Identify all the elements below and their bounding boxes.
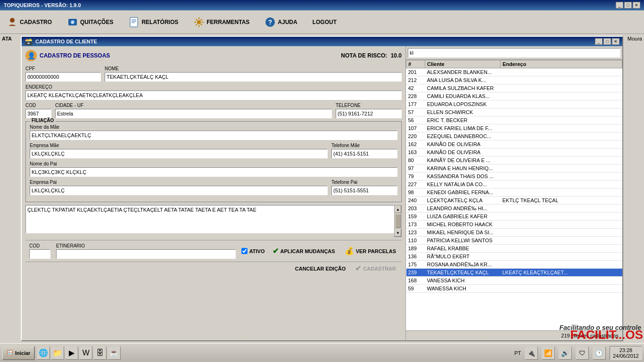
antivirus-icon: 🛡 (576, 346, 589, 360)
table-row[interactable]: 177 EDUARDA LOPOSZINSK (406, 100, 622, 108)
obs-scrollbar[interactable]: ▲ ▼ (394, 205, 402, 237)
scroll-down-btn[interactable]: ▼ (395, 229, 401, 237)
table-row[interactable]: 163 KAINÃO DE OLIVEIRA (406, 148, 622, 156)
table-row[interactable]: 168 VANESSA KICH (406, 277, 622, 285)
table-row[interactable]: 80 KAINÃŸ DE OLIVEIRA E ... (406, 156, 622, 165)
table-row[interactable]: 59 WANESSA KICH (406, 285, 622, 293)
row-num: 189 (406, 245, 425, 253)
table-row[interactable]: 56 ERIC T. BECKER (406, 116, 622, 124)
table-row[interactable]: 136 RÃ"MULO EKERT (406, 253, 622, 261)
menu-quitacoes[interactable]: QUITAÇÕES (64, 15, 116, 30)
pai-telefone-input[interactable] (331, 186, 397, 195)
relatorios-icon (128, 16, 140, 28)
db-icon[interactable]: 🗄 (93, 346, 107, 360)
endereco-input[interactable] (25, 90, 402, 100)
obs-textarea[interactable]: ÇLEKTLÇ TKPATIAT KLÇAEKTLÇAETIA ÇTEÇLTKA… (25, 205, 394, 233)
table-container: # Cliente Endereço 201 ALEXSANDER BLANKE… (406, 60, 622, 330)
table-row[interactable]: 79 KASSANDRA THAIS DOS ... (406, 173, 622, 181)
col-num: # (406, 60, 425, 68)
cidade-uf-input[interactable] (55, 109, 332, 118)
media-icon[interactable]: ▶ (65, 346, 78, 360)
etinerario-label: ETINERARIO (56, 243, 236, 248)
table-row[interactable]: 107 ERICK FARIEL LIMA DE F... (406, 124, 622, 132)
row-endereco (501, 156, 622, 165)
ativo-checkbox-label[interactable]: ATIVO (241, 248, 265, 254)
row-cliente: KAINÃŸ DE OLIVEIRA E ... (425, 156, 501, 165)
endereco-field-group: ENDEREÇO (25, 84, 402, 100)
cod-bottom-input[interactable] (29, 249, 50, 259)
table-row[interactable]: 212 ANA LUISA DA SILVA K... (406, 76, 622, 84)
java-icon[interactable]: ☕ (107, 346, 121, 360)
table-row[interactable]: 159 LUIZA GABRIELE KAFER (406, 213, 622, 221)
table-row[interactable]: 220 EZEQUIEL DANNEBROC... (406, 132, 622, 140)
menu-bar: CADASTRO QUITAÇÕES RELATÓRIOS FERRAMENTA… (0, 10, 644, 34)
table-row[interactable]: 201 ALEXSANDER BLANKEN... (406, 68, 622, 76)
menu-ajuda[interactable]: ? AJUDA (262, 15, 300, 30)
telefone-input[interactable] (336, 109, 402, 118)
table-row[interactable]: 239 TEKAETLÇKTEALÇ KAÇL LKEATÇ KLEAÇTKLÇ… (406, 269, 622, 277)
table-row[interactable]: 227 KELLY NATÁLIA DA CO... (406, 181, 622, 189)
table-row[interactable]: 57 ELLEN SCHWIRCK (406, 108, 622, 116)
table-row[interactable]: 123 MIKAEL HENRIQUE DA SI... (406, 229, 622, 237)
table-row[interactable]: 228 CAMILI EDUARDA KLAS... (406, 92, 622, 100)
maximize-button[interactable]: □ (624, 2, 632, 8)
cadastrar-button[interactable]: ✔ CADASTRAR (353, 263, 398, 274)
menu-cadastro[interactable]: CADASTRO (4, 15, 55, 30)
start-button[interactable]: 🪟 Iniciar (2, 346, 35, 360)
row-num: 110 (406, 237, 425, 245)
scroll-thumb[interactable] (395, 214, 401, 228)
minimize-button[interactable]: _ (616, 2, 623, 8)
ativo-checkbox[interactable] (241, 248, 248, 254)
cod-input[interactable] (25, 109, 51, 118)
table-row[interactable]: 175 ROSANA ANDRÊ‰JA KR... (406, 261, 622, 269)
mae-empresa-field-group: Empresa Mãe (30, 143, 328, 158)
row-endereco (501, 140, 622, 148)
row-endereco (501, 173, 622, 181)
row-cliente: ROSANA ANDRÊ‰JA KR... (425, 261, 501, 269)
ie-icon[interactable]: 🌐 (37, 346, 50, 360)
sidebar-right: Moura (626, 34, 644, 43)
row-cliente: LUIZA GABRIELE KAFER (425, 213, 501, 221)
inner-minimize-button[interactable]: _ (595, 38, 603, 45)
menu-relatorios[interactable]: RELATÓRIOS (125, 15, 181, 30)
ver-parcelas-button[interactable]: 💰 VER PARCELAS (343, 246, 398, 256)
table-row[interactable]: 162 KAINÃO DE OLIVEIRA (406, 140, 622, 148)
aplicar-mudancas-button[interactable]: ✔ APLICAR MUDANÇAS (271, 246, 337, 256)
endereco-label: ENDEREÇO (25, 84, 402, 90)
cancelar-edicao-button[interactable]: CANCELAR EDIÇÃO (293, 265, 348, 272)
search-input[interactable] (408, 48, 620, 58)
inner-title-controls: _ □ ✕ (595, 38, 619, 45)
table-row[interactable]: 240 LÇEKTÇAKTELÇ KÇLA EKTLÇ TKEAÇL TEÇAL (406, 197, 622, 205)
row-num: 159 (406, 213, 425, 221)
mae-nome-input[interactable] (30, 131, 397, 140)
table-row[interactable]: 203 LEANDRO ANDRÊ‰ HI... (406, 205, 622, 213)
inner-window: 🗃️ CADASTRO DE CLIENTE _ □ ✕ 👤 CADASTRO … (21, 36, 623, 341)
menu-logout[interactable]: LOGOUT (310, 17, 339, 27)
table-row[interactable]: 97 KARINA E HAUN HENRIQ... (406, 165, 622, 173)
menu-ferramentas[interactable]: FERRAMENTAS (190, 15, 252, 30)
pai-empresa-input[interactable] (30, 186, 328, 195)
etinerario-input[interactable] (56, 249, 236, 259)
mae-empresa-input[interactable] (30, 149, 328, 158)
row-num: 136 (406, 253, 425, 261)
scroll-up-btn[interactable]: ▲ (395, 206, 401, 213)
cidade-uf-label: CIDADE - UF (55, 103, 332, 108)
cadastrar-icon: ✔ (355, 264, 361, 273)
table-row[interactable]: 98 KENEDI GABRIEL FERNA... (406, 189, 622, 197)
table-row[interactable]: 189 RAFAEL KRABBE (406, 245, 622, 253)
word-icon[interactable]: W (79, 346, 92, 360)
folder-icon[interactable]: 📁 (51, 346, 64, 360)
inner-maximize-button[interactable]: □ (603, 38, 611, 45)
row-endereco (501, 116, 622, 124)
nome-input[interactable] (105, 72, 402, 82)
close-button[interactable]: ✕ (633, 2, 640, 8)
mae-telefone-input[interactable] (331, 149, 397, 158)
table-row[interactable]: 173 MICHEL ROBERTO HAACK (406, 221, 622, 229)
pai-nome-input[interactable] (30, 167, 397, 177)
table-row[interactable]: 42 CAMILA SULZBACH KAFER (406, 84, 622, 92)
cpf-input[interactable] (25, 72, 101, 82)
inner-close-button[interactable]: ✕ (612, 38, 619, 45)
row-cliente: TEKAETLÇKTEALÇ KAÇL (425, 269, 501, 277)
row-num: 227 (406, 181, 425, 189)
table-row[interactable]: 110 PATRICIA KELLWI SANTOS (406, 237, 622, 245)
